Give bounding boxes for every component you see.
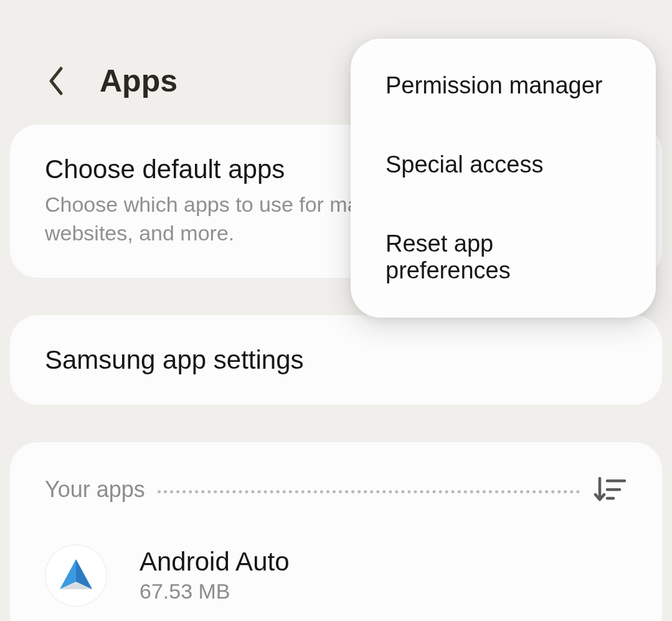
app-size: 67.53 MB xyxy=(140,579,290,604)
menu-special-access[interactable]: Special access xyxy=(351,125,656,204)
overflow-menu: Permission manager Special access Reset … xyxy=(351,39,656,318)
app-icon xyxy=(45,544,107,607)
menu-permission-manager[interactable]: Permission manager xyxy=(351,46,656,125)
your-apps-label: Your apps xyxy=(45,476,145,503)
app-row-android-auto[interactable]: Android Auto 67.53 MB xyxy=(45,544,627,607)
chevron-left-icon xyxy=(47,66,65,96)
your-apps-card: Your apps Android Auto 67.53 MB xyxy=(10,442,662,621)
divider-dots xyxy=(158,490,580,493)
page-title: Apps xyxy=(100,63,177,99)
samsung-settings-title: Samsung app settings xyxy=(45,345,627,375)
samsung-settings-card[interactable]: Samsung app settings xyxy=(10,315,662,405)
sort-icon xyxy=(594,475,626,505)
app-name: Android Auto xyxy=(140,547,290,577)
your-apps-header: Your apps xyxy=(45,472,627,507)
app-info: Android Auto 67.53 MB xyxy=(140,547,290,604)
android-auto-icon xyxy=(56,556,96,595)
sort-button[interactable] xyxy=(592,472,627,507)
back-button[interactable] xyxy=(44,62,69,100)
menu-reset-app-preferences[interactable]: Reset app preferences xyxy=(351,204,656,310)
